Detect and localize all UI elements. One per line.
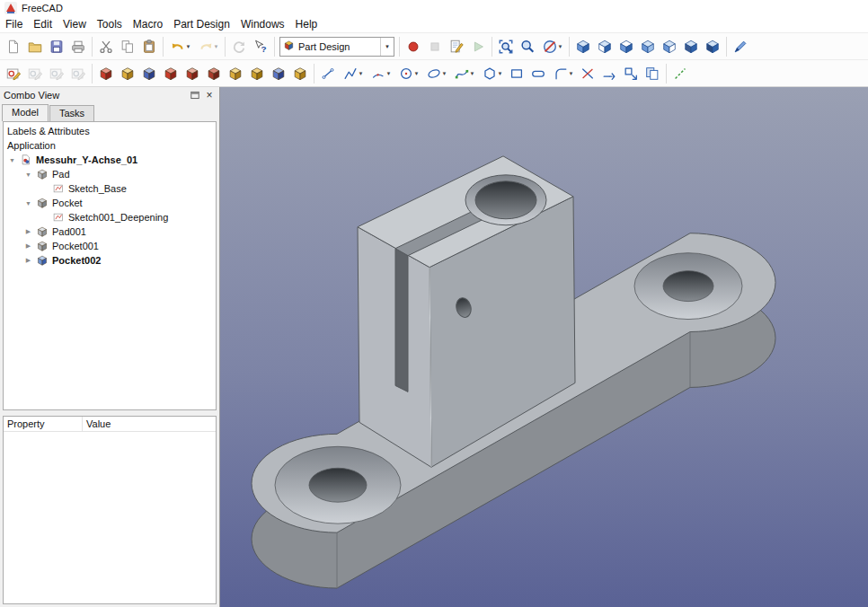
slot-tool-button[interactable] [527,63,549,84]
top-view-button[interactable] [616,36,637,57]
chamfer-button[interactable] [246,63,268,84]
fillet-button[interactable] [225,63,246,84]
create-body-button[interactable] [95,63,117,84]
edit-sketch-button[interactable] [24,63,46,84]
revolution-button[interactable] [138,63,160,84]
title-bar: FreeCAD [0,0,868,16]
open-document-button[interactable] [24,36,46,57]
solid-icon [270,66,287,82]
measure-distance-button[interactable] [730,36,751,57]
draw-style-button[interactable]: ▼ [538,36,566,57]
groove-button[interactable] [203,63,225,84]
workbench-selector[interactable]: Part Design▼ [279,37,394,57]
tree-item-pad[interactable]: ▼Pad [4,167,216,181]
tree-item-pad001[interactable]: ▶Pad001 [4,224,216,239]
polyline-tool-button[interactable]: ▼ [339,63,367,84]
new-document-button[interactable] [3,36,24,57]
paste-button[interactable] [138,36,160,57]
menu-help[interactable]: Help [290,17,323,31]
validate-sketch-button[interactable] [67,63,89,84]
toolbar-standard: ▼▼?Part Design▼▼ [0,32,868,59]
menu-macro[interactable]: Macro [128,17,168,31]
menu-windows[interactable]: Windows [235,17,290,31]
map-sketch-button[interactable] [46,63,67,84]
tree-item-pocket001[interactable]: ▶Pocket001 [4,239,216,253]
macro-record-button[interactable] [403,36,424,57]
rear-view-button[interactable] [659,36,680,57]
fillet-sketch-tool-button[interactable]: ▼ [549,63,577,84]
polygon-tool-button[interactable]: ▼ [478,63,506,84]
arc-tool-button[interactable]: ▼ [367,63,394,84]
property-panel: Property Value [3,416,217,604]
toggle-construction-button[interactable] [669,63,691,84]
undo-button[interactable]: ▼ [166,36,194,57]
menu-part-design[interactable]: Part Design [168,17,235,31]
right-view-button[interactable] [637,36,659,57]
copy-button[interactable] [117,36,138,57]
tab-model[interactable]: Model [2,104,49,121]
expander-closed-icon[interactable]: ▶ [23,242,33,250]
tree-item-pocket002[interactable]: ▶Pocket002 [4,253,216,268]
toolbar-separator [92,64,93,84]
dropdown-arrow-icon: ▼ [498,71,503,76]
zoom-selection-button[interactable] [517,36,538,57]
circle-tool-button[interactable]: ▼ [394,63,422,84]
refresh-button[interactable] [228,36,250,57]
front-view-button[interactable] [594,36,616,57]
tab-tasks[interactable]: Tasks [49,105,94,121]
sketch-icon [52,182,65,195]
linear-pattern-button[interactable] [289,63,311,84]
fit-all-button[interactable] [495,36,517,57]
line-tool-button[interactable] [317,63,339,84]
macro-play-button[interactable] [467,36,489,57]
menu-edit[interactable]: Edit [28,17,58,31]
menu-tools[interactable]: Tools [92,17,128,31]
bottom-view-button[interactable] [680,36,702,57]
tree-item-label: Sketch_Base [68,183,127,194]
expander-closed-icon[interactable]: ▶ [23,257,33,264]
tree-item-messuhr-y-achse-01[interactable]: ▼Messuhr_Y-Achse_01 [4,153,216,167]
axonometric-view-button[interactable] [572,36,594,57]
bspline-tool-button[interactable]: ▼ [450,63,478,84]
macro-edit-button[interactable] [446,36,467,57]
expander-closed-icon[interactable]: ▶ [23,228,33,235]
conic-tool-button[interactable]: ▼ [422,63,450,84]
chevron-down-icon[interactable]: ▼ [380,38,394,56]
rectangle-tool-button[interactable] [506,63,527,84]
pocket-button[interactable] [160,63,182,84]
float-panel-icon[interactable] [190,90,200,101]
base-hole-right[interactable] [634,253,742,320]
external-geometry-tool-button[interactable] [620,63,642,84]
tree-item-pocket[interactable]: ▼Pocket [4,196,216,210]
print-button[interactable] [67,36,89,57]
pad-icon [36,168,49,180]
create-sketch-button[interactable] [3,63,24,84]
hole-button[interactable] [182,63,203,84]
expander-open-icon[interactable]: ▼ [23,200,33,207]
redo-button[interactable]: ▼ [194,36,222,57]
trim-tool-button[interactable] [577,63,598,84]
dropdown-arrow-icon: ▼ [414,71,420,76]
macro-stop-button[interactable] [424,36,446,57]
viewport-canvas[interactable] [220,87,868,607]
carbon-copy-tool-button[interactable] [642,63,663,84]
tree-item-sketch001-deepening[interactable]: Sketch001_Deepening [4,210,216,224]
base-hole-left[interactable] [275,446,401,523]
extend-tool-button[interactable] [598,63,620,84]
solid-icon [184,66,200,82]
tree-item-sketch-base[interactable]: Sketch_Base [4,181,216,196]
cut-button[interactable] [95,36,117,57]
mirrored-button[interactable] [268,63,289,84]
expander-open-icon[interactable]: ▼ [23,172,33,178]
save-button[interactable] [46,36,67,57]
menu-file[interactable]: File [0,17,28,31]
pad-button[interactable] [117,63,138,84]
tree-item-application[interactable]: Application [4,138,216,153]
left-view-button[interactable] [702,36,723,57]
3d-viewport[interactable] [220,87,868,607]
menu-view[interactable]: View [58,17,92,31]
expander-open-icon[interactable]: ▼ [7,157,17,163]
whats-this-button[interactable]: ? [250,36,271,57]
printer-icon [70,39,86,55]
close-panel-icon[interactable]: × [203,89,216,101]
